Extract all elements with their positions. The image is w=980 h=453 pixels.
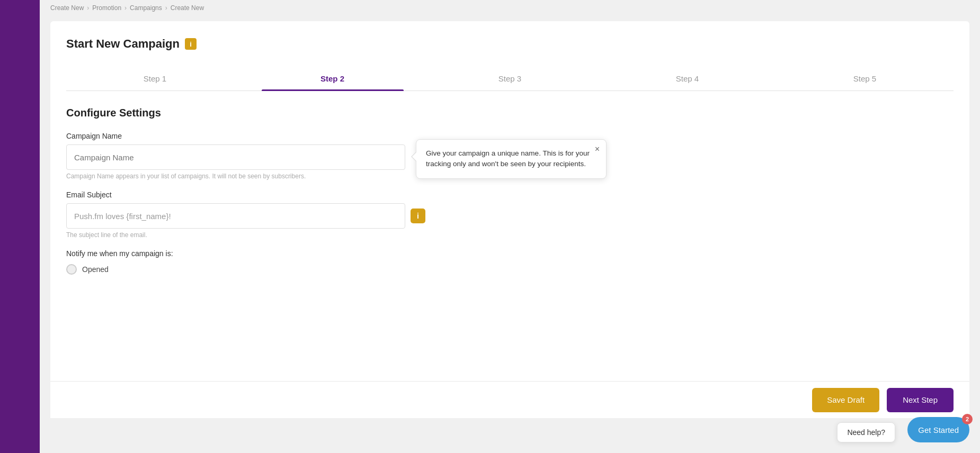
next-step-button[interactable]: Next Step — [887, 388, 954, 412]
email-subject-info-icon[interactable]: i — [411, 209, 425, 223]
notify-field-group: Notify me when my campaign is: Opened — [66, 249, 954, 275]
breadcrumb-sep-3: › — [165, 4, 167, 12]
tab-step-3[interactable]: Step 3 — [421, 67, 599, 90]
steps-bar: Step 1 Step 2 Step 3 Step 4 Step 5 — [66, 67, 954, 91]
opened-checkbox-row: Opened — [66, 264, 954, 275]
action-bar: Save Draft Next Step — [50, 381, 969, 418]
email-subject-input-row: i — [66, 203, 954, 229]
email-subject-label: Email Subject — [66, 191, 954, 199]
get-started-badge: 2 — [962, 414, 973, 424]
section-title: Configure Settings — [66, 107, 954, 119]
tab-step-2[interactable]: Step 2 — [244, 67, 421, 90]
opened-checkbox-label: Opened — [82, 265, 109, 274]
tab-step-4[interactable]: Step 4 — [599, 67, 776, 90]
opened-checkbox[interactable] — [66, 264, 77, 275]
breadcrumb-item-1[interactable]: Create New — [50, 4, 84, 12]
breadcrumb-item-2[interactable]: Promotion — [92, 4, 121, 12]
main-container: Create New › Promotion › Campaigns › Cre… — [40, 0, 980, 453]
breadcrumb-sep-2: › — [124, 4, 127, 12]
email-subject-hint: The subject line of the email. — [66, 231, 954, 239]
page-title-row: Start New Campaign i — [66, 37, 954, 51]
campaign-name-field-group: Campaign Name × Give your campaign a uni… — [66, 132, 954, 180]
content-card: Start New Campaign i Step 1 Step 2 Step … — [50, 21, 969, 418]
campaign-name-tooltip: × Give your campaign a unique name. This… — [416, 139, 607, 179]
breadcrumb-item-3[interactable]: Campaigns — [130, 4, 162, 12]
tab-step-5[interactable]: Step 5 — [776, 67, 954, 90]
campaign-name-input[interactable] — [66, 144, 405, 170]
page-info-icon[interactable]: i — [185, 38, 197, 50]
get-started-button[interactable]: Get Started 2 — [907, 417, 969, 442]
tab-step-1[interactable]: Step 1 — [66, 67, 244, 90]
get-started-label: Get Started — [918, 425, 959, 434]
page-title: Start New Campaign — [66, 37, 180, 51]
tooltip-text: Give your campaign a unique name. This i… — [426, 148, 596, 170]
email-subject-field-group: Email Subject i The subject line of the … — [66, 191, 954, 239]
campaign-name-input-row: × Give your campaign a unique name. This… — [66, 144, 954, 170]
save-draft-button[interactable]: Save Draft — [812, 388, 879, 412]
need-help-popup: Need help? — [837, 422, 895, 442]
notify-label: Notify me when my campaign is: — [66, 249, 954, 258]
tooltip-close-button[interactable]: × — [595, 145, 600, 153]
breadcrumb-sep-1: › — [87, 4, 89, 12]
email-subject-input[interactable] — [66, 203, 405, 229]
breadcrumb: Create New › Promotion › Campaigns › Cre… — [40, 0, 980, 16]
breadcrumb-item-4[interactable]: Create New — [171, 4, 204, 12]
need-help-label: Need help? — [847, 428, 885, 437]
